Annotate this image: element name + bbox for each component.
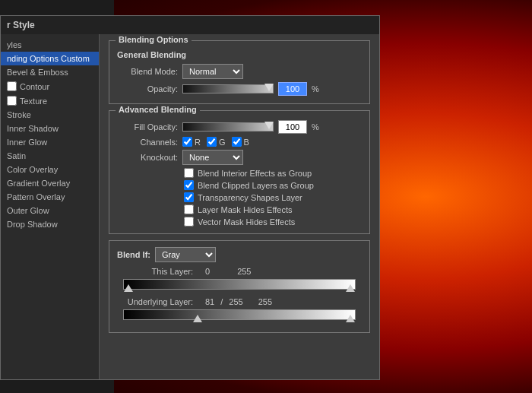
underlying-layer-slider[interactable] — [123, 309, 356, 320]
this-layer-row: This Layer: 0 255 — [117, 267, 362, 276]
contour-checkbox[interactable] — [7, 81, 17, 91]
opacity-row: Opacity: 100 % — [117, 82, 362, 96]
blend-interior-row: Blend Interior Effects as Group — [184, 168, 362, 178]
sidebar-item-inner-glow[interactable]: Inner Glow — [1, 135, 99, 149]
blend-clipped-row: Blend Clipped Layers as Group — [184, 180, 362, 190]
blending-options-section: Blending Options General Blending Blend … — [109, 40, 370, 104]
dialog-title: r Style — [7, 20, 35, 30]
blend-mode-row: Blend Mode: Normal — [117, 64, 362, 79]
sidebar-item-gradient-overlay[interactable]: Gradient Overlay — [1, 176, 99, 190]
transparency-shapes-row: Transparency Shapes Layer — [184, 192, 362, 202]
fill-opacity-slider[interactable] — [182, 122, 274, 132]
transparency-shapes-checkbox[interactable] — [184, 192, 194, 202]
this-layer-label: This Layer: — [117, 267, 193, 276]
knockout-label: Knockout: — [117, 153, 178, 162]
blend-mode-label: Blend Mode: — [117, 67, 178, 76]
advanced-blending-title: Advanced Blending — [116, 105, 200, 114]
blend-if-section: Blend If: Gray Red Green Blue This Layer… — [109, 240, 370, 333]
general-blending-subtitle: General Blending — [117, 50, 362, 59]
channels-label: Channels: — [117, 138, 178, 147]
sidebar-item-outer-glow[interactable]: Outer Glow — [1, 204, 99, 217]
this-layer-thumb-left[interactable] — [124, 284, 133, 292]
blend-interior-label: Blend Interior Effects as Group — [198, 169, 312, 178]
channel-g-item: G — [207, 137, 226, 147]
sidebar-item-color-overlay[interactable]: Color Overlay — [1, 163, 99, 176]
channel-g-label: G — [219, 138, 226, 147]
sidebar-item-blending-options[interactable]: nding Options Custom — [1, 52, 99, 65]
interior-effects-checkboxes: Blend Interior Effects as Group Blend Cl… — [184, 168, 362, 227]
vector-mask-hides-checkbox[interactable] — [184, 217, 194, 227]
channel-r-item: R — [182, 137, 201, 147]
opacity-label: Opacity: — [117, 84, 178, 93]
dialog-inner: r Style yles nding Options Custom Bevel … — [1, 16, 379, 379]
underlying-layer-max: 255 — [258, 297, 272, 306]
layer-mask-hides-row: Layer Mask Hides Effects — [184, 204, 362, 214]
sidebar-item-stroke[interactable]: Stroke — [1, 108, 99, 122]
layer-mask-hides-checkbox[interactable] — [184, 204, 194, 214]
blend-clipped-label: Blend Clipped Layers as Group — [198, 181, 314, 190]
blend-if-row: Blend If: Gray Red Green Blue — [117, 247, 362, 262]
fill-opacity-percent: % — [312, 122, 319, 132]
vector-mask-hides-label: Vector Mask Hides Effects — [198, 217, 295, 227]
channel-b-label: B — [244, 138, 249, 147]
title-bar: r Style — [1, 16, 379, 34]
this-layer-min: 0 — [205, 267, 210, 276]
fill-opacity-row: Fill Opacity: 100 % — [117, 120, 362, 134]
sidebar-item-drop-shadow[interactable]: Drop Shadow — [1, 217, 99, 231]
blend-clipped-checkbox[interactable] — [184, 180, 194, 190]
this-layer-slider[interactable] — [123, 279, 356, 290]
opacity-percent: % — [312, 84, 319, 93]
fill-opacity-label: Fill Opacity: — [117, 122, 178, 132]
channels-row: Channels: R G — [117, 137, 362, 147]
underlying-layer-slider-container — [123, 309, 356, 325]
opacity-thumb[interactable] — [264, 84, 274, 91]
this-layer-slider-container — [123, 279, 356, 294]
underlying-layer-min: 81 — [205, 297, 214, 306]
opacity-input[interactable]: 100 — [278, 82, 307, 96]
channel-b-checkbox[interactable] — [232, 137, 242, 147]
this-layer-thumb-right[interactable] — [346, 284, 355, 292]
sidebar-item-texture[interactable]: Texture — [1, 93, 99, 108]
layer-mask-hides-label: Layer Mask Hides Effects — [198, 205, 293, 214]
vector-mask-hides-row: Vector Mask Hides Effects — [184, 217, 362, 227]
underlying-layer-min2: 255 — [229, 297, 242, 306]
knockout-row: Knockout: None Shallow Deep — [117, 150, 362, 165]
sidebar-item-styles[interactable]: yles — [1, 38, 99, 52]
channel-r-label: R — [195, 138, 201, 147]
options-panel: Blending Options General Blending Blend … — [100, 34, 379, 379]
layer-style-dialog: r Style yles nding Options Custom Bevel … — [0, 15, 380, 380]
sidebar-item-contour[interactable]: Contour — [1, 79, 99, 93]
sidebar-item-inner-shadow[interactable]: Inner Shadow — [1, 122, 99, 135]
underlying-layer-sep: / — [220, 297, 223, 306]
blending-options-title: Blending Options — [116, 35, 192, 44]
knockout-select[interactable]: None Shallow Deep — [182, 150, 243, 165]
styles-panel: yles nding Options Custom Bevel & Emboss… — [1, 34, 100, 379]
blend-if-select[interactable]: Gray Red Green Blue — [155, 247, 216, 262]
channel-b-item: B — [232, 137, 249, 147]
sidebar-item-satin[interactable]: Satin — [1, 149, 99, 163]
blend-mode-select[interactable]: Normal — [182, 64, 243, 79]
this-layer-max: 255 — [237, 267, 251, 276]
advanced-blending-section: Advanced Blending Fill Opacity: 100 % Ch… — [109, 110, 370, 234]
fill-opacity-input[interactable]: 100 — [278, 120, 307, 134]
channels-checkboxes: R G B — [182, 137, 249, 147]
blend-if-label: Blend If: — [117, 250, 150, 259]
underlying-layer-row: Underlying Layer: 81 / 255 255 — [117, 297, 362, 306]
underlying-layer-label: Underlying Layer: — [117, 297, 193, 306]
underlying-layer-thumb-left[interactable] — [193, 315, 202, 322]
sidebar-item-bevel-emboss[interactable]: Bevel & Emboss — [1, 65, 99, 79]
texture-checkbox[interactable] — [7, 96, 17, 106]
transparency-shapes-label: Transparency Shapes Layer — [198, 193, 302, 202]
channel-g-checkbox[interactable] — [207, 137, 217, 147]
opacity-slider[interactable] — [182, 84, 274, 93]
sidebar-item-pattern-overlay[interactable]: Pattern Overlay — [1, 190, 99, 204]
underlying-layer-thumb-right[interactable] — [346, 315, 355, 322]
dialog-body: yles nding Options Custom Bevel & Emboss… — [1, 34, 379, 379]
blend-interior-checkbox[interactable] — [184, 168, 194, 178]
fill-opacity-thumb[interactable] — [264, 122, 274, 129]
channel-r-checkbox[interactable] — [182, 137, 192, 147]
